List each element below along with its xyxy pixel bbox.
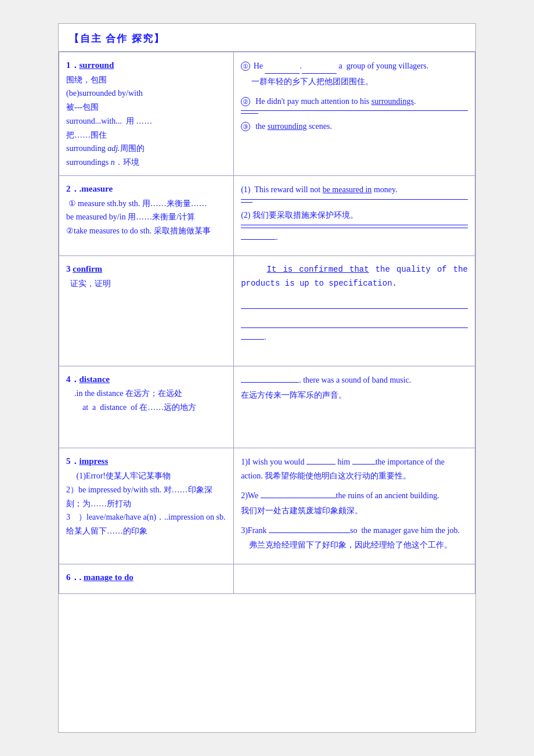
table-row: 6．. manage to do	[59, 564, 475, 594]
left-col-measure: 2．.measure ① measure sth.by sth. 用……来衡量……	[59, 176, 234, 256]
underlined-word: surrounding	[268, 122, 307, 131]
sentence-1: (1) This reward will not be measured in …	[241, 183, 468, 203]
sentence-2: ② He didn't pay much attention to his su…	[241, 95, 468, 114]
right-col-impress: 1)I wish you would him the importance of…	[234, 448, 475, 564]
table-row: 2．.measure ① measure sth.by sth. 用……来衡量……	[59, 176, 475, 256]
sentence-2: (2) 我们要采取措施来保护环境。 .	[241, 208, 468, 244]
blank-field[interactable]	[261, 498, 336, 498]
blank-field[interactable]	[302, 59, 337, 74]
num-circle: ②	[241, 97, 250, 106]
right-col-distance: . there was a sound of band music. 在远方传来…	[234, 366, 475, 448]
vocab-lines: (1)Error!使某人牢记某事物 2）be impressed by/with…	[66, 469, 226, 538]
blank-short[interactable]	[241, 113, 258, 114]
left-col-distance: 4．distance .in the distance 在远方；在远处 at a…	[59, 366, 234, 448]
right-col-surround: ① He . a group of young villagers. 一群年轻的…	[234, 52, 475, 176]
vocab-lines: 证实，证明	[66, 277, 226, 291]
sentence-text: ① He . a group of young villagers.	[241, 59, 468, 74]
translation-text: 一群年轻的乡下人把他团团围住。	[241, 75, 468, 89]
vocab-word: surround	[80, 60, 114, 70]
blank-field[interactable]	[352, 464, 376, 465]
underlined-phrase: It is confirmed that	[267, 265, 369, 274]
underlined-word: surroundings	[371, 97, 414, 106]
vocab-word: manage to do	[84, 573, 134, 582]
page: 【自主 合作 探究】 1．surround 围绕，包围 (be)surround…	[58, 23, 476, 733]
left-col-impress: 5．impress (1)Error!使某人牢记某事物 2）be impress…	[59, 448, 234, 564]
sentence-text: (1) This reward will not be measured in …	[241, 183, 468, 197]
sentence-1: 1)I wish you would him the importance of…	[241, 455, 468, 483]
table-row: 5．impress (1)Error!使某人牢记某事物 2）be impress…	[59, 448, 475, 564]
sentence-text: (2) 我们要采取措施来保护环境。	[241, 208, 468, 222]
right-col-confirm: It is confirmed that the quality of the …	[234, 256, 475, 366]
sentence-empty	[241, 570, 468, 588]
blank-segment[interactable]	[241, 239, 276, 240]
vocab-word: confirm	[73, 264, 102, 273]
right-col-measure: (1) This reward will not be measured in …	[234, 176, 475, 256]
num-circle: ①	[241, 62, 250, 71]
blank-segment[interactable]	[241, 339, 264, 340]
sentence-1: ① He . a group of young villagers. 一群年轻的…	[241, 59, 468, 89]
sentence-text: It is confirmed that the quality of the …	[241, 263, 468, 291]
left-col-confirm: 3 confirm 证实，证明	[59, 256, 234, 366]
num-circle: ③	[241, 122, 250, 131]
translation-text: 在远方传来一阵军乐的声音。	[241, 388, 468, 402]
header-title: 【自主 合作 探究】	[59, 24, 475, 52]
left-col-manage: 6．. manage to do	[59, 564, 234, 594]
blank-short[interactable]	[241, 202, 252, 203]
vocab-lines: 围绕，包围 (be)surrounded by/with 被---包围 surr…	[66, 73, 226, 170]
right-col-manage	[234, 564, 475, 594]
blank-field[interactable]	[306, 464, 335, 465]
sentence-text: 1)I wish you would him the importance of…	[241, 455, 468, 483]
sentence-1: It is confirmed that the quality of the …	[241, 263, 468, 344]
left-col-surround: 1．surround 围绕，包围 (be)surrounded by/with …	[59, 52, 234, 176]
sentence-text: ③ the surrounding scenes.	[241, 120, 468, 134]
vocab-title-distance: 4．distance	[66, 372, 226, 387]
vocab-title-impress: 5．impress	[66, 454, 226, 469]
sentence-3: 3)Frank so the manager gave him the job.…	[241, 524, 468, 553]
vocab-word: impress	[80, 456, 109, 466]
vocab-title-confirm: 3 confirm	[66, 262, 226, 277]
blank-line[interactable]	[241, 228, 468, 228]
sentence-text: ② He didn't pay much attention to his su…	[241, 95, 468, 109]
underlined-phrase: be measured in	[323, 185, 372, 194]
blank-line[interactable]	[241, 110, 468, 111]
sentence-2: 2)We the ruins of an ancient building. 我…	[241, 489, 468, 518]
table-row: 1．surround 围绕，包围 (be)surrounded by/with …	[59, 52, 475, 176]
vocab-title-measure: 2．.measure	[66, 182, 226, 197]
sentence-text: . there was a sound of band music.	[241, 373, 468, 387]
table-row: 4．distance .in the distance 在远方；在远处 at a…	[59, 366, 475, 448]
vocab-title-manage: 6．. manage to do	[66, 570, 226, 585]
vocab-table: 1．surround 围绕，包围 (be)surrounded by/with …	[59, 52, 475, 594]
vocab-lines: .in the distance 在远方；在远处 at a distance o…	[66, 387, 226, 415]
sentence-text: 2)We the ruins of an ancient building.	[241, 489, 468, 503]
vocab-lines: ① measure sth.by sth. 用……来衡量…… be measur…	[66, 197, 226, 238]
sentence-3: ③ the surrounding scenes.	[241, 120, 468, 134]
table-row: 3 confirm 证实，证明 It is confirmed that the…	[59, 256, 475, 366]
sentence-1: . there was a sound of band music. 在远方传来…	[241, 373, 468, 402]
blank-line[interactable]	[241, 308, 468, 309]
blank-line[interactable]	[241, 327, 468, 328]
blank-field[interactable]	[269, 532, 350, 533]
blank-line[interactable]	[241, 225, 468, 225]
blank-field[interactable]	[241, 382, 299, 383]
blank-field[interactable]	[265, 59, 300, 74]
vocab-title-surround: 1．surround	[66, 58, 226, 73]
sentence-text: 3)Frank so the manager gave him the job.	[241, 524, 468, 538]
vocab-word: distance	[80, 375, 110, 384]
translation-text: 我们对一处古建筑废墟印象颇深。	[241, 504, 468, 518]
blank-line[interactable]	[241, 199, 468, 200]
translation-text: 弗兰克给经理留下了好印象，因此经理给了他这个工作。	[241, 538, 468, 552]
